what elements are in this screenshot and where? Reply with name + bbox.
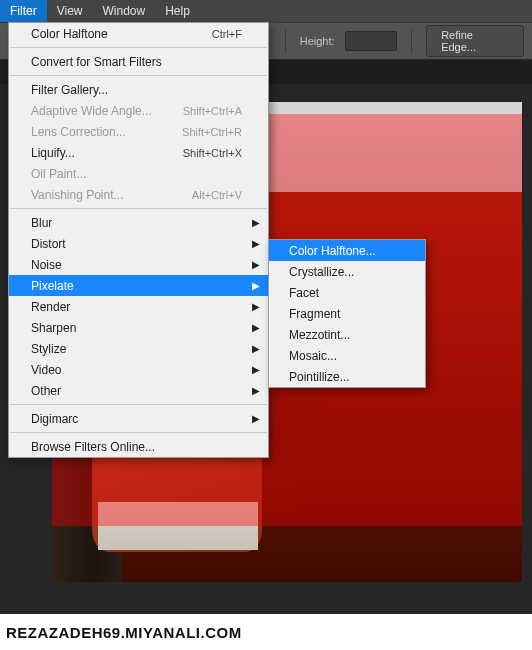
submenu-item-color-halftone[interactable]: Color Halftone...	[269, 240, 425, 261]
menu-item-adaptive-wide-angle: Adaptive Wide Angle... Shift+Ctrl+A	[9, 100, 268, 121]
menu-item-shortcut: Shift+Ctrl+R	[182, 126, 242, 138]
menu-item-label: Mosaic...	[289, 349, 337, 363]
submenu-arrow-icon: ▶	[252, 413, 260, 424]
menu-item-browse-filters[interactable]: Browse Filters Online...	[9, 436, 268, 457]
refine-edge-button[interactable]: Refine Edge...	[426, 25, 524, 57]
menu-item-stylize[interactable]: Stylize ▶	[9, 338, 268, 359]
menu-item-label: Facet	[289, 286, 319, 300]
menu-item-render[interactable]: Render ▶	[9, 296, 268, 317]
height-field[interactable]	[345, 31, 398, 51]
pixelate-submenu: Color Halftone... Crystallize... Facet F…	[268, 239, 426, 388]
menu-item-sharpen[interactable]: Sharpen ▶	[9, 317, 268, 338]
app-window: Filter View Window Help Height: Refine E…	[0, 0, 532, 614]
menu-item-label: Color Halftone...	[289, 244, 376, 258]
menu-item-label: Digimarc	[31, 412, 78, 426]
submenu-arrow-icon: ▶	[252, 301, 260, 312]
menu-item-pixelate[interactable]: Pixelate ▶	[9, 275, 268, 296]
menu-item-label: Color Halftone	[31, 27, 108, 41]
menu-item-label: Stylize	[31, 342, 66, 356]
menu-item-label: Pixelate	[31, 279, 74, 293]
menu-item-filter-gallery[interactable]: Filter Gallery...	[9, 79, 268, 100]
submenu-arrow-icon: ▶	[252, 280, 260, 291]
menubar-item-view[interactable]: View	[47, 0, 93, 22]
menu-item-oil-paint: Oil Paint...	[9, 163, 268, 184]
menu-item-label: Mezzotint...	[289, 328, 350, 342]
menu-item-label: Convert for Smart Filters	[31, 55, 162, 69]
menu-item-label: Liquify...	[31, 146, 75, 160]
submenu-arrow-icon: ▶	[252, 343, 260, 354]
submenu-item-pointillize[interactable]: Pointillize...	[269, 366, 425, 387]
menubar-item-filter[interactable]: Filter	[0, 0, 47, 22]
divider	[285, 29, 286, 53]
menu-item-other[interactable]: Other ▶	[9, 380, 268, 401]
menu-item-label: Blur	[31, 216, 52, 230]
watermark-text: REZAZADEH69.MIYANALI.COM	[0, 614, 532, 650]
menu-item-label: Other	[31, 384, 61, 398]
menu-separator	[10, 47, 267, 48]
menu-item-label: Crystallize...	[289, 265, 354, 279]
menu-item-label: Oil Paint...	[31, 167, 86, 181]
height-label: Height:	[300, 35, 335, 47]
divider	[411, 29, 412, 53]
menu-item-video[interactable]: Video ▶	[9, 359, 268, 380]
submenu-item-crystallize[interactable]: Crystallize...	[269, 261, 425, 282]
menu-item-digimarc[interactable]: Digimarc ▶	[9, 408, 268, 429]
menu-item-last-filter[interactable]: Color Halftone Ctrl+F	[9, 23, 268, 44]
menu-item-label: Noise	[31, 258, 62, 272]
menu-item-label: Render	[31, 300, 70, 314]
menu-separator	[10, 208, 267, 209]
submenu-item-facet[interactable]: Facet	[269, 282, 425, 303]
submenu-arrow-icon: ▶	[252, 259, 260, 270]
menu-item-distort[interactable]: Distort ▶	[9, 233, 268, 254]
filter-menu: Color Halftone Ctrl+F Convert for Smart …	[8, 22, 269, 458]
menu-item-label: Pointillize...	[289, 370, 350, 384]
menu-item-label: Distort	[31, 237, 66, 251]
menu-item-lens-correction: Lens Correction... Shift+Ctrl+R	[9, 121, 268, 142]
menu-item-shortcut: Alt+Ctrl+V	[192, 189, 242, 201]
menu-item-liquify[interactable]: Liquify... Shift+Ctrl+X	[9, 142, 268, 163]
submenu-item-mosaic[interactable]: Mosaic...	[269, 345, 425, 366]
menu-separator	[10, 432, 267, 433]
menu-item-shortcut: Ctrl+F	[212, 28, 242, 40]
submenu-arrow-icon: ▶	[252, 385, 260, 396]
menu-item-blur[interactable]: Blur ▶	[9, 212, 268, 233]
menu-separator	[10, 75, 267, 76]
submenu-arrow-icon: ▶	[252, 238, 260, 249]
menu-item-shortcut: Shift+Ctrl+A	[183, 105, 242, 117]
submenu-item-fragment[interactable]: Fragment	[269, 303, 425, 324]
menu-separator	[10, 404, 267, 405]
menu-item-label: Fragment	[289, 307, 340, 321]
menu-item-label: Browse Filters Online...	[31, 440, 155, 454]
menu-item-label: Filter Gallery...	[31, 83, 108, 97]
menu-item-label: Lens Correction...	[31, 125, 126, 139]
menu-item-shortcut: Shift+Ctrl+X	[183, 147, 242, 159]
menu-item-noise[interactable]: Noise ▶	[9, 254, 268, 275]
menu-item-convert-smart[interactable]: Convert for Smart Filters	[9, 51, 268, 72]
menubar-item-window[interactable]: Window	[92, 0, 155, 22]
menu-item-label: Video	[31, 363, 61, 377]
submenu-item-mezzotint[interactable]: Mezzotint...	[269, 324, 425, 345]
menubar-item-help[interactable]: Help	[155, 0, 200, 22]
submenu-arrow-icon: ▶	[252, 217, 260, 228]
menu-item-vanishing-point: Vanishing Point... Alt+Ctrl+V	[9, 184, 268, 205]
submenu-arrow-icon: ▶	[252, 322, 260, 333]
menu-item-label: Vanishing Point...	[31, 188, 124, 202]
menu-item-label: Sharpen	[31, 321, 76, 335]
menubar: Filter View Window Help	[0, 0, 532, 22]
submenu-arrow-icon: ▶	[252, 364, 260, 375]
menu-item-label: Adaptive Wide Angle...	[31, 104, 152, 118]
